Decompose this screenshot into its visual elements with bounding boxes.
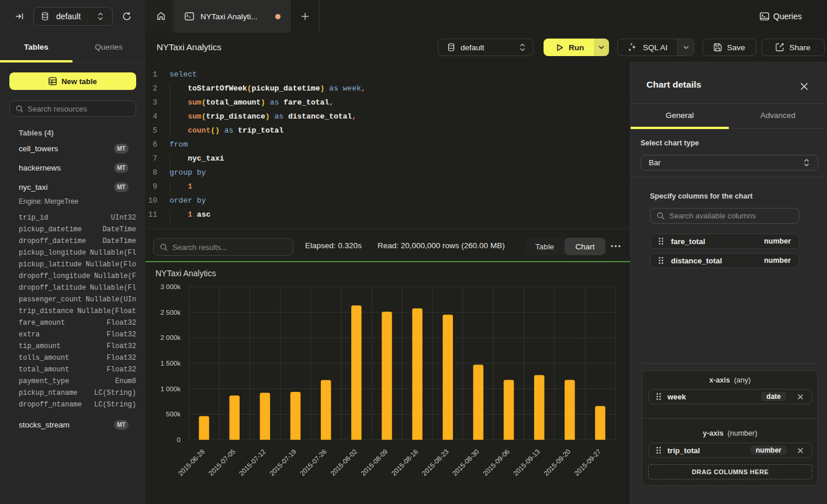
svg-text:500k: 500k — [166, 411, 181, 418]
svg-text:0: 0 — [177, 436, 181, 443]
svg-text:2015-08-02: 2015-08-02 — [329, 448, 358, 477]
svg-text:2015-07-12: 2015-07-12 — [238, 448, 267, 477]
svg-text:2 500k: 2 500k — [160, 309, 181, 316]
svg-text:2015-09-20: 2015-09-20 — [542, 448, 572, 477]
svg-text:NYTaxi Analytics: NYTaxi Analytics — [155, 269, 216, 278]
svg-text:2015-08-30: 2015-08-30 — [451, 448, 480, 477]
svg-text:2 000k: 2 000k — [160, 334, 181, 341]
svg-text:2015-07-19: 2015-07-19 — [268, 448, 297, 477]
svg-text:2015-07-05: 2015-07-05 — [207, 448, 237, 477]
svg-text:2015-08-16: 2015-08-16 — [390, 448, 419, 477]
svg-text:1 000k: 1 000k — [160, 385, 181, 392]
svg-text:2015-06-28: 2015-06-28 — [177, 448, 206, 477]
svg-text:3 000k: 3 000k — [160, 283, 181, 290]
svg-text:2015-09-06: 2015-09-06 — [482, 448, 511, 477]
svg-text:2015-09-27: 2015-09-27 — [573, 448, 602, 477]
svg-text:2015-08-23: 2015-08-23 — [421, 448, 450, 477]
svg-text:2015-08-09: 2015-08-09 — [359, 448, 389, 477]
svg-text:2015-09-13: 2015-09-13 — [512, 448, 541, 477]
svg-text:1 500k: 1 500k — [160, 360, 181, 367]
svg-text:2015-07-26: 2015-07-26 — [299, 448, 328, 477]
